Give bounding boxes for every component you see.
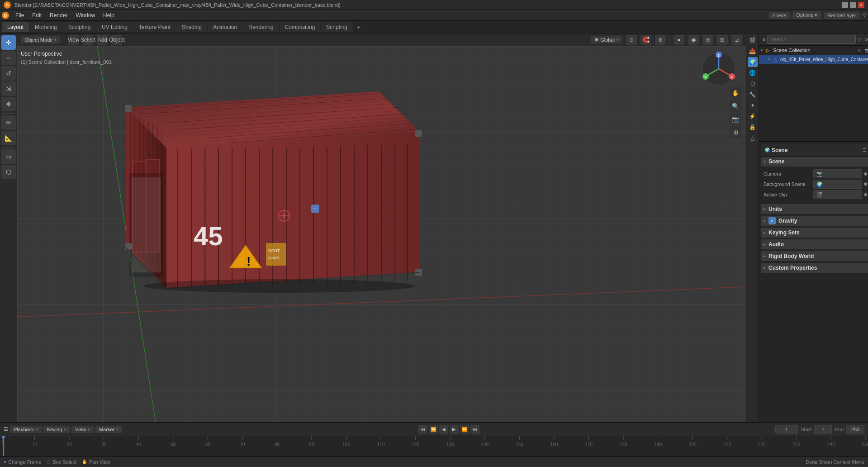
add-cube-tool[interactable]: ▭ xyxy=(1,149,16,164)
outliner-sync-btn[interactable]: ⟳ xyxy=(865,37,868,42)
measure-tool[interactable]: 📐 xyxy=(1,131,16,145)
cursor-tool[interactable]: ✛ xyxy=(1,35,16,50)
step-back-btn[interactable]: ⏪ xyxy=(429,425,438,434)
add-workspace-button[interactable]: + xyxy=(353,22,364,33)
view-menu[interactable]: View xyxy=(68,35,79,45)
rotate-tool[interactable]: ↺ xyxy=(1,66,16,81)
tab-rendering[interactable]: Rendering xyxy=(243,22,279,32)
timeline-options-btn[interactable]: ☰ xyxy=(4,426,8,432)
object-mode-selector[interactable]: Object Mode ▾ xyxy=(21,36,60,43)
keying-menu[interactable]: Keying ▾ xyxy=(43,426,70,433)
play-reverse-btn[interactable]: ◀ xyxy=(439,425,448,434)
camera-value[interactable]: 📷 xyxy=(813,169,862,178)
prop-icon-constraints[interactable]: 🔒 xyxy=(748,122,758,132)
renderlayer-selector[interactable]: RenderLayer xyxy=(824,12,860,19)
hand-tool-btn[interactable]: ✋ xyxy=(730,87,741,99)
move-tool[interactable]: ↔ xyxy=(1,51,16,65)
viewport-shading-solid[interactable]: ● xyxy=(674,35,684,45)
scale-tool[interactable]: ⇲ xyxy=(1,81,16,96)
menu-file[interactable]: File xyxy=(12,11,28,19)
filter-icon[interactable]: ▽ xyxy=(863,12,866,18)
background-scene-value[interactable]: 🌍 xyxy=(813,180,862,189)
keying-sets-section-header[interactable]: ▸ Keying Sets xyxy=(761,228,868,238)
visibility-icon[interactable]: 👁 xyxy=(857,48,862,53)
prop-icon-modifier[interactable]: 🔧 xyxy=(748,90,758,100)
viewport-canvas[interactable]: 45 ! CONT AINER xyxy=(17,46,746,422)
units-section-header[interactable]: ▸ Units xyxy=(761,204,868,214)
tab-sculpting[interactable]: Sculpting xyxy=(63,22,96,32)
step-forward-btn[interactable]: ⏩ xyxy=(460,425,469,434)
outliner-item-scene-collection[interactable]: ▾ ▷ Scene Collection 👁 📷 xyxy=(759,46,868,55)
bg-scene-picker-btn[interactable]: ✱ xyxy=(863,181,868,187)
jump-to-end-btn[interactable]: ⏭ xyxy=(470,425,479,434)
tab-shading[interactable]: Shading xyxy=(176,22,207,32)
audio-section-header[interactable]: ▸ Audio xyxy=(761,239,868,249)
prop-icon-output[interactable]: 📤 xyxy=(748,46,758,56)
tab-modeling[interactable]: Modeling xyxy=(29,22,62,32)
tab-layout[interactable]: Layout xyxy=(2,22,29,32)
prop-icon-particles[interactable]: ✦ xyxy=(748,100,758,110)
navigation-gizmo[interactable]: Z X Y xyxy=(701,51,737,87)
grid-btn[interactable]: ⊞ xyxy=(730,126,741,138)
tab-scripting[interactable]: Scripting xyxy=(321,22,353,32)
viewport-overlay[interactable]: ⊞ xyxy=(717,35,728,45)
add-object-tool[interactable]: ⬡ xyxy=(1,165,16,179)
outliner-filter-btn[interactable]: ▽ xyxy=(858,37,861,42)
viewport-shading-material[interactable]: ◉ xyxy=(688,35,699,45)
marker-menu[interactable]: Marker ▾ xyxy=(95,426,122,433)
active-clip-value[interactable]: 🎬 xyxy=(813,190,862,199)
outliner-item-obj[interactable]: ▾ △ obj_45ft_Pallet_Wide_High_Cube_Conta… xyxy=(759,55,868,64)
transform-tool[interactable]: ✥ xyxy=(1,97,16,111)
tab-animation[interactable]: Animation xyxy=(208,22,242,32)
end-frame-input[interactable]: 250 xyxy=(846,425,864,434)
gravity-toggle[interactable]: ✓ xyxy=(768,217,776,224)
options-btn[interactable]: Options ▾ xyxy=(792,11,821,19)
view-menu-tl[interactable]: View ▾ xyxy=(71,426,94,433)
custom-props-section-header[interactable]: ▸ Custom Properties xyxy=(761,263,868,273)
gizmo-overlay[interactable]: Z X Y xyxy=(701,51,737,87)
clip-picker-btn[interactable]: ✱ xyxy=(863,192,868,198)
camera-view-btn[interactable]: 📷 xyxy=(730,113,741,125)
prop-icon-world[interactable]: 🌐 xyxy=(748,68,758,78)
title-bar-controls[interactable]: _ □ ✕ xyxy=(842,2,864,8)
prop-icon-scene[interactable]: 🌍 xyxy=(748,57,758,67)
props-options-btn[interactable]: ☰ xyxy=(863,148,867,152)
scene-section-header[interactable]: ▾ Scene xyxy=(761,157,868,167)
zoom-btn[interactable]: 🔍 xyxy=(730,100,741,112)
menu-render[interactable]: Render xyxy=(46,11,71,19)
pivot-selector[interactable]: ⊙ xyxy=(626,35,637,45)
outliner-search-input[interactable] xyxy=(767,35,856,44)
prop-icon-data[interactable]: △ xyxy=(748,133,758,143)
camera-picker-btn[interactable]: ✱ xyxy=(863,171,868,177)
rigid-body-section-header[interactable]: ▸ Rigid Body World xyxy=(761,251,868,261)
scene-selector[interactable]: Scene xyxy=(768,12,790,19)
prop-icon-object[interactable]: ⬡ xyxy=(748,79,758,89)
menu-window[interactable]: Window xyxy=(72,11,99,19)
menu-edit[interactable]: Edit xyxy=(28,11,45,19)
proportional-edit[interactable]: ⊕ xyxy=(655,35,666,45)
current-frame-input[interactable]: 1 xyxy=(775,425,798,434)
viewport-gizmo-toggle[interactable]: ⊿ xyxy=(731,35,742,45)
tab-texture-paint[interactable]: Texture Paint xyxy=(133,22,176,32)
snap-toggle[interactable]: 🧲 xyxy=(640,35,651,45)
timeline-scrubber[interactable]: 1 10 20 30 40 50 60 70 80 90 100 110 120 xyxy=(0,436,868,456)
tab-compositing[interactable]: Compositing xyxy=(280,22,321,32)
close-button[interactable]: ✕ xyxy=(858,2,864,8)
viewport[interactable]: Object Mode ▾ View Select Add Object ⊕ G… xyxy=(17,33,746,422)
start-frame-input[interactable]: 1 xyxy=(814,425,832,434)
playback-menu[interactable]: Playback ▾ xyxy=(10,426,42,433)
play-btn[interactable]: ▶ xyxy=(450,425,459,434)
render-visibility-icon[interactable]: 📷 xyxy=(865,48,868,53)
jump-to-start-btn[interactable]: ⏮ xyxy=(418,425,427,434)
add-menu[interactable]: Add xyxy=(97,35,108,45)
object-menu[interactable]: Object xyxy=(111,35,122,45)
menu-help[interactable]: Help xyxy=(100,11,118,19)
annotate-tool[interactable]: ✏ xyxy=(1,115,16,130)
global-transform-selector[interactable]: ⊕ Global ▾ xyxy=(591,36,622,43)
prop-icon-physics[interactable]: ⚡ xyxy=(748,111,758,121)
gravity-section-header[interactable]: ▸ ✓ Gravity xyxy=(761,216,868,226)
minimize-button[interactable]: _ xyxy=(842,2,848,8)
prop-icon-render[interactable]: 🎬 xyxy=(748,35,758,45)
tab-uv-editing[interactable]: UV Editing xyxy=(96,22,133,32)
select-menu[interactable]: Select xyxy=(82,35,93,45)
